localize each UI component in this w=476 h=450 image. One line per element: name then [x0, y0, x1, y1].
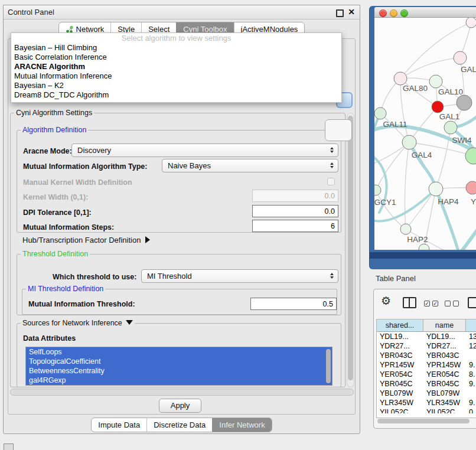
- algorithm-definition-group: Algorithm Definition Aracne Mode: Discov…: [17, 130, 341, 233]
- chevron-up-down-icon: [330, 273, 334, 279]
- manual-kernel-width-checkbox[interactable]: [327, 178, 335, 185]
- network-edge-highlighted: [409, 142, 436, 189]
- settings-vertical-scrollbar[interactable]: [347, 113, 354, 387]
- network-edge: [405, 142, 409, 229]
- table-cell: YBL079W: [377, 389, 423, 398]
- network-view-window: GALGAL80GAL10GAL1GAL11SWI4GAL4GCY1HAP4YH…: [369, 6, 476, 269]
- network-canvas[interactable]: GALGAL80GAL10GAL1GAL11SWI4GAL4GCY1HAP4YH…: [374, 18, 476, 250]
- algorithm-option-basic-correlation-inference[interactable]: Basic Correlation Inference: [11, 53, 341, 62]
- table-horizontal-scrollbar[interactable]: [376, 418, 475, 424]
- algorithm-option-aracne-algorithm[interactable]: ARACNE Algorithm: [11, 62, 341, 71]
- table-cell: YLR345W: [423, 398, 466, 407]
- mi-threshold-label: Mutual Information Threshold:: [28, 299, 135, 309]
- close-traffic-light-icon[interactable]: [379, 9, 387, 17]
- algorithm-option-dream8-dc-tdc-algorithm[interactable]: Dream8 DC_TDC Algorithm: [11, 90, 341, 100]
- node-hap2[interactable]: [400, 224, 411, 234]
- node-gray[interactable]: [457, 95, 472, 110]
- mi-algorithm-type-select[interactable]: Naive Bayes: [162, 159, 338, 172]
- table-body: YDL19...YDL19...13YDR27...YDR27...12YBR0…: [377, 332, 476, 413]
- panel-title: Control Panel: [8, 5, 54, 19]
- algorithm-dropdown-items: Bayesian – Hill ClimbingBasic Correlatio…: [11, 43, 341, 100]
- table-row[interactable]: YDR27...YDR27...12: [377, 341, 476, 351]
- expanded-triangle-icon: [126, 320, 133, 325]
- chevron-up-down-icon: [330, 162, 334, 168]
- table-horizontal-scrollbar-thumb[interactable]: [377, 419, 470, 423]
- node-gal11[interactable]: [374, 107, 386, 119]
- algorithm-dropdown-list: Select algorithm to view settings Bayesi…: [11, 32, 342, 103]
- kernel-width-field[interactable]: [252, 190, 338, 202]
- minimize-traffic-light-icon[interactable]: [390, 9, 397, 17]
- node-gcy1-label: GCY1: [374, 198, 396, 207]
- table-column-header-shared[interactable]: shared...: [377, 319, 423, 332]
- threshold-definition-group: Threshold Definition Which threshold to …: [17, 254, 341, 315]
- table-row[interactable]: YDL19...YDL19...13: [377, 332, 476, 341]
- node-big-green[interactable]: [465, 148, 476, 164]
- node-gcy1[interactable]: [374, 185, 381, 195]
- desktop: Control Panel ✕ NetworkStyleSelectCyni T…: [0, 0, 476, 450]
- settings-vertical-scrollbar-thumb[interactable]: [348, 116, 353, 380]
- network-window-titlebar[interactable]: [374, 7, 476, 18]
- table-column-header-item[interactable]: [466, 319, 476, 332]
- which-threshold-select[interactable]: MI Threshold: [141, 269, 338, 283]
- mi-algorithm-type-value: Naive Bayes: [168, 161, 211, 170]
- table-cell: YBL079W: [423, 389, 466, 398]
- node-edge-top[interactable]: [466, 18, 476, 28]
- table-cell: [466, 389, 476, 398]
- algorithm-option-bayesian-k2[interactable]: Bayesian – K2: [11, 81, 341, 90]
- data-attributes-list[interactable]: SelfLoopsTopologicalCoefficientBetweenne…: [25, 347, 332, 386]
- attribute-item-gal4rgexp[interactable]: gal4RGexp: [26, 376, 332, 385]
- node-gal10[interactable]: [429, 75, 442, 88]
- bottom-tab-impute-data[interactable]: Impute Data: [92, 418, 146, 432]
- attribute-item-topologicalcoefficient[interactable]: TopologicalCoefficient: [26, 357, 332, 366]
- deselect-all-checkboxes-icon[interactable]: [445, 301, 459, 306]
- node-hap4[interactable]: [429, 182, 443, 196]
- mi-steps-field[interactable]: [252, 220, 338, 232]
- sources-group-title[interactable]: Sources for Network Inference: [21, 319, 135, 327]
- table-row[interactable]: YLR345WYLR345W9.: [377, 398, 476, 407]
- algorithm-option-mutual-information-inference[interactable]: Mutual Information Inference: [11, 71, 341, 81]
- bottom-tab-label-infer-network: Infer Network: [219, 420, 265, 429]
- attribute-list-scrollbar[interactable]: [326, 349, 331, 383]
- dock-mini-icon[interactable]: [4, 444, 14, 450]
- table-row[interactable]: YER054CYER054C8.: [377, 370, 476, 379]
- node-gal80[interactable]: [394, 72, 407, 85]
- table-icon[interactable]: [468, 297, 476, 308]
- table-row[interactable]: YIL052CYIL052C0.: [377, 407, 476, 413]
- attribute-item-selfloops[interactable]: SelfLoops: [26, 347, 332, 357]
- node-gal-partial[interactable]: [454, 51, 467, 64]
- table-cell: YIL052C: [423, 407, 466, 413]
- float-window-icon[interactable]: [336, 9, 344, 17]
- table-cell: YLR345W: [377, 398, 423, 407]
- close-icon[interactable]: ✕: [348, 7, 355, 17]
- dpi-tolerance-label: DPI Tolerance [0,1]:: [23, 207, 92, 218]
- node-bottom[interactable]: [419, 244, 429, 250]
- select-all-checkboxes-icon[interactable]: ✓✓: [424, 301, 438, 306]
- table-cell: YBR043C: [377, 351, 423, 360]
- data-attributes-label: Data Attributes: [23, 333, 76, 344]
- hub-transcription-section-toggle[interactable]: Hub/Transcription Factor Definition: [22, 236, 150, 244]
- table-cell: 9.: [466, 379, 476, 389]
- zoom-traffic-light-icon[interactable]: [400, 9, 408, 17]
- table-cell: YDL19...: [377, 332, 423, 341]
- dpi-tolerance-field[interactable]: [252, 205, 338, 217]
- table-row[interactable]: YPR145WYPR145W9.: [377, 360, 476, 370]
- node-y-partial[interactable]: [466, 181, 476, 194]
- table-row[interactable]: YBR045CYBR045C9.: [377, 379, 476, 389]
- bottom-tab-infer-network[interactable]: Infer Network: [212, 418, 271, 432]
- split-view-icon[interactable]: [403, 297, 416, 308]
- bottom-tab-discretize-data[interactable]: Discretize Data: [146, 418, 212, 432]
- node-swi4[interactable]: [444, 121, 457, 134]
- table-row[interactable]: YBL079WYBL079W: [377, 389, 476, 398]
- mi-threshold-field[interactable]: [250, 298, 337, 310]
- attribute-item-betweennesscentrality[interactable]: BetweennessCentrality: [26, 366, 332, 376]
- node-gal4[interactable]: [402, 135, 416, 149]
- table-row[interactable]: YBR043CYBR043C: [377, 351, 476, 360]
- apply-button[interactable]: Apply: [159, 399, 201, 413]
- algorithm-option-bayesian-hill-climbing[interactable]: Bayesian – Hill Climbing: [11, 43, 341, 53]
- gear-icon[interactable]: ⚙: [381, 294, 391, 308]
- table-column-header-name[interactable]: name: [423, 319, 466, 332]
- node-gal1[interactable]: [432, 101, 444, 113]
- collapsed-triangle-icon: [145, 236, 150, 243]
- settings-horizontal-scrollbar[interactable]: [10, 389, 354, 396]
- aracne-mode-select[interactable]: Discovery: [71, 144, 338, 157]
